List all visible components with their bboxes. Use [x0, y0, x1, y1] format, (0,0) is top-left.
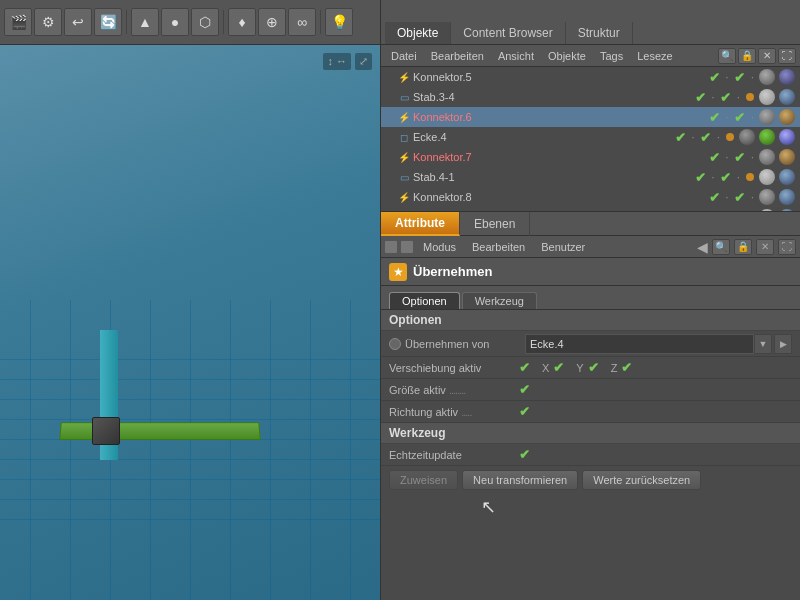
- attr-content: ★ Übernehmen Optionen Werkzeug Optionen …: [381, 258, 800, 600]
- attr-menu-icon2: [401, 241, 413, 253]
- verschiebung-row: Verschiebung aktiv ✔ X ✔ Y ✔ Z ✔: [381, 357, 800, 379]
- attr-bearbeiten[interactable]: Bearbeiten: [466, 240, 531, 254]
- x-check[interactable]: ✔: [553, 360, 564, 375]
- uebernehmen-extra-btn[interactable]: ▶: [774, 334, 792, 354]
- konnektor6-vis2[interactable]: ✔: [733, 110, 747, 124]
- uebernehmen-drop-btn[interactable]: ▼: [754, 334, 772, 354]
- toolbar-icon-9[interactable]: ⊕: [258, 8, 286, 36]
- list-item[interactable]: ▭ Stab.4-1 ✔ · ✔ ·: [381, 167, 800, 187]
- konnektor7-name: Konnektor.7: [413, 151, 705, 163]
- attr-menu: Modus Bearbeiten Benutzer ◀ 🔍 🔒 ✕ ⛶: [381, 236, 800, 258]
- toolbar: 🎬 ⚙ ↩ 🔄 ▲ ● ⬡ ♦ ⊕ ∞ 💡: [0, 0, 380, 45]
- toolbar-icon-7[interactable]: ⬡: [191, 8, 219, 36]
- list-item[interactable]: ◻ Ecke.4 ✔ · ✔ ·: [381, 127, 800, 147]
- werkzeug-header: Werkzeug: [381, 423, 800, 444]
- tab-attribute[interactable]: Attribute: [381, 212, 460, 236]
- attr-expand-btn[interactable]: ⛶: [778, 239, 796, 255]
- attr-lock-btn[interactable]: 🔒: [734, 239, 752, 255]
- verschiebung-check[interactable]: ✔: [519, 360, 530, 375]
- groesse-check[interactable]: ✔: [519, 382, 530, 397]
- menu-leseze[interactable]: Leseze: [631, 49, 678, 63]
- menu-datei[interactable]: Datei: [385, 49, 423, 63]
- z-label: Z: [611, 362, 618, 374]
- uebernehmen-expand[interactable]: [389, 338, 401, 350]
- tool-icon: ★: [389, 263, 407, 281]
- werte-zuruecksetzen-button[interactable]: Werte zurücksetzen: [582, 470, 701, 490]
- attr-more-btn[interactable]: ✕: [756, 239, 774, 255]
- konnektor8-vis[interactable]: ✔: [707, 190, 721, 204]
- right-panel: Datei Bearbeiten Ansicht Objekte Tags Le…: [380, 45, 800, 600]
- viewport-nav-expand[interactable]: ⤢: [355, 53, 372, 70]
- viewport-nav-arrows[interactable]: ↕ ↔: [323, 53, 351, 70]
- uebernehmen-value[interactable]: Ecke.4: [525, 334, 754, 354]
- option-tabs: Optionen Werkzeug: [381, 286, 800, 310]
- tab-content-browser[interactable]: Content Browser: [451, 22, 565, 44]
- konnektor7-vis[interactable]: ✔: [707, 150, 721, 164]
- richtung-check[interactable]: ✔: [519, 404, 530, 419]
- menu-objekte[interactable]: Objekte: [542, 49, 592, 63]
- toolbar-icon-1[interactable]: 🎬: [4, 8, 32, 36]
- konnektor5-vis[interactable]: ✔: [707, 70, 721, 84]
- y-label: Y: [576, 362, 583, 374]
- echtzeit-value: ✔: [519, 447, 792, 462]
- viewport[interactable]: ↕ ↔ ⤢: [0, 45, 380, 600]
- zuweisen-button[interactable]: Zuweisen: [389, 470, 458, 490]
- stab41-name: Stab.4-1: [413, 171, 691, 183]
- list-item[interactable]: ⚡ Konnektor.7 ✔ · ✔ ·: [381, 147, 800, 167]
- list-item[interactable]: ⚡ Konnektor.8 ✔ · ✔ ·: [381, 187, 800, 207]
- konnektor8-vis2[interactable]: ✔: [733, 190, 747, 204]
- menu-tags[interactable]: Tags: [594, 49, 629, 63]
- toolbar-icon-8[interactable]: ♦: [228, 8, 256, 36]
- neu-transformieren-button[interactable]: Neu transformieren: [462, 470, 578, 490]
- ecke4-name: Ecke.4: [413, 131, 671, 143]
- menu-bearbeiten[interactable]: Bearbeiten: [425, 49, 490, 63]
- konnektor6-vis[interactable]: ✔: [707, 110, 721, 124]
- list-item[interactable]: ▭ Stab.3-4 ✔ · ✔ ·: [381, 87, 800, 107]
- echtzeit-check[interactable]: ✔: [519, 447, 530, 462]
- btn-row: Zuweisen Neu transformieren Werte zurück…: [381, 466, 800, 494]
- stab41-vis2[interactable]: ✔: [719, 170, 733, 184]
- toolbar-icon-2[interactable]: ⚙: [34, 8, 62, 36]
- toolbar-icon-5[interactable]: ▲: [131, 8, 159, 36]
- menu-close-btn[interactable]: ✕: [758, 48, 776, 64]
- stab34-vis[interactable]: ✔: [693, 90, 707, 104]
- tool-title: Übernehmen: [413, 264, 492, 279]
- menu-ansicht[interactable]: Ansicht: [492, 49, 540, 63]
- tab-objekte[interactable]: Objekte: [385, 22, 451, 44]
- attr-benutzer[interactable]: Benutzer: [535, 240, 591, 254]
- attr-modus[interactable]: Modus: [417, 240, 462, 254]
- konnektor8-name: Konnektor.8: [413, 191, 705, 203]
- stab34-vis2[interactable]: ✔: [719, 90, 733, 104]
- tab-werkzeug-inner[interactable]: Werkzeug: [462, 292, 537, 309]
- toolbar-icon-10[interactable]: ∞: [288, 8, 316, 36]
- connector-object: [92, 417, 120, 445]
- stab34-name: Stab.3-4: [413, 91, 691, 103]
- tab-struktur[interactable]: Struktur: [566, 22, 633, 44]
- konnektor5-vis2[interactable]: ✔: [733, 70, 747, 84]
- ecke4-vis[interactable]: ✔: [673, 130, 687, 144]
- stab41-vis[interactable]: ✔: [693, 170, 707, 184]
- toolbar-icon-4[interactable]: 🔄: [94, 8, 122, 36]
- tab-optionen[interactable]: Optionen: [389, 292, 460, 309]
- richtung-label: Richtung aktiv .....: [389, 406, 519, 418]
- konnektor5-icon: ⚡: [397, 70, 411, 84]
- tab-ebenen[interactable]: Ebenen: [460, 212, 530, 236]
- z-check[interactable]: ✔: [621, 360, 632, 375]
- toolbar-icon-6[interactable]: ●: [161, 8, 189, 36]
- menu-search-btn[interactable]: 🔍: [718, 48, 736, 64]
- toolbar-icon-11[interactable]: 💡: [325, 8, 353, 36]
- attr-arrow-left[interactable]: ◀: [697, 239, 708, 255]
- menu-lock-btn[interactable]: 🔒: [738, 48, 756, 64]
- y-check[interactable]: ✔: [588, 360, 599, 375]
- attr-search-btn[interactable]: 🔍: [712, 239, 730, 255]
- attr-tabs: Attribute Ebenen: [381, 212, 800, 236]
- list-item[interactable]: ⚡ Konnektor.6 ✔ · ✔ ·: [381, 107, 800, 127]
- konnektor7-vis2[interactable]: ✔: [733, 150, 747, 164]
- groesse-label: Größe aktiv ........: [389, 384, 519, 396]
- ecke4-vis2[interactable]: ✔: [699, 130, 713, 144]
- cursor-icon: ↖: [481, 496, 491, 512]
- list-item[interactable]: ⚡ Konnektor.5 ✔ · ✔ ·: [381, 67, 800, 87]
- verschiebung-value: ✔ X ✔ Y ✔ Z ✔: [519, 360, 792, 375]
- toolbar-icon-3[interactable]: ↩: [64, 8, 92, 36]
- menu-expand-btn[interactable]: ⛶: [778, 48, 796, 64]
